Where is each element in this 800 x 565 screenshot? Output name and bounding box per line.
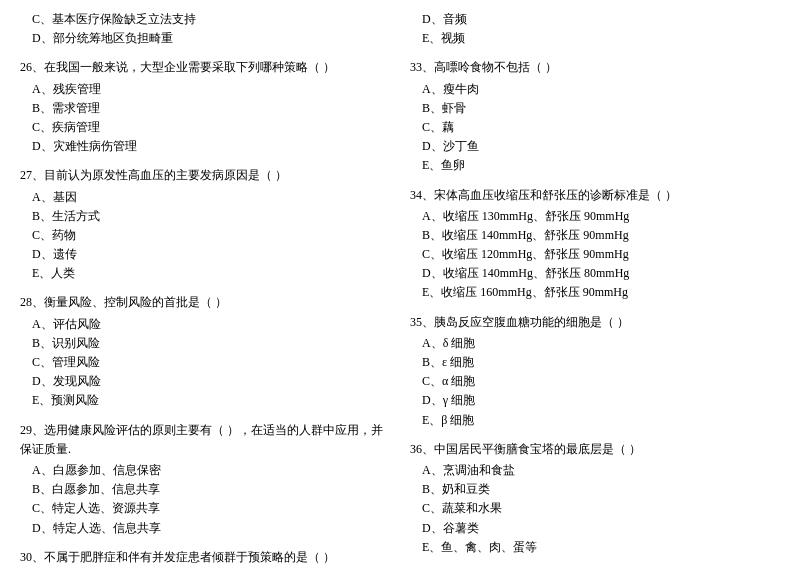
option: D、灾难性病伤管理: [20, 137, 390, 156]
option: E、鱼、禽、肉、蛋等: [410, 538, 780, 557]
option: A、残疾管理: [20, 80, 390, 99]
option: D、收缩压 140mmHg、舒张压 80mmHg: [410, 264, 780, 283]
option: D、γ 细胞: [410, 391, 780, 410]
option: D、谷薯类: [410, 519, 780, 538]
option: B、虾骨: [410, 99, 780, 118]
option: C、特定人选、资源共享: [20, 499, 390, 518]
option: B、需求管理: [20, 99, 390, 118]
option: C、疾病管理: [20, 118, 390, 137]
question-block: 28、衡量风险、控制风险的首批是（ ）A、评估风险B、识别风险C、管理风险D、发…: [20, 293, 390, 410]
option: D、发现风险: [20, 372, 390, 391]
question-title: 36、中国居民平衡膳食宝塔的最底层是（ ）: [410, 440, 780, 459]
option: C、蔬菜和水果: [410, 499, 780, 518]
option: A、白愿参加、信息保密: [20, 461, 390, 480]
option: B、生活方式: [20, 207, 390, 226]
question-block: 30、不属于肥胖症和伴有并发症患者倾群于预策略的是（ ）A、进行健康教育B、防止…: [20, 548, 390, 565]
right-column: D、音频E、视频33、高嘌呤食物不包括（ ）A、瘦牛肉B、虾骨C、藕D、沙丁鱼E…: [410, 10, 780, 565]
option: C、药物: [20, 226, 390, 245]
main-columns: C、基本医疗保险缺乏立法支持D、部分统筹地区负担畸重26、在我国一般来说，大型企…: [20, 10, 780, 565]
question-block: 26、在我国一般来说，大型企业需要采取下列哪种策略（ ）A、残疾管理B、需求管理…: [20, 58, 390, 156]
question-title: 28、衡量风险、控制风险的首批是（ ）: [20, 293, 390, 312]
question-block: 27、目前认为原发性高血压的主要发病原因是（ ）A、基因B、生活方式C、药物D、…: [20, 166, 390, 283]
question-title: 34、宋体高血压收缩压和舒张压的诊断标准是（ ）: [410, 186, 780, 205]
question-block: 36、中国居民平衡膳食宝塔的最底层是（ ）A、烹调油和食盐B、奶和豆类C、蔬菜和…: [410, 440, 780, 557]
left-column: C、基本医疗保险缺乏立法支持D、部分统筹地区负担畸重26、在我国一般来说，大型企…: [20, 10, 390, 565]
question-title: 27、目前认为原发性高血压的主要发病原因是（ ）: [20, 166, 390, 185]
option: E、视频: [410, 29, 780, 48]
option: A、烹调油和食盐: [410, 461, 780, 480]
option: D、沙丁鱼: [410, 137, 780, 156]
option: C、α 细胞: [410, 372, 780, 391]
option: A、评估风险: [20, 315, 390, 334]
question-title: 29、选用健康风险评估的原则主要有（ ），在适当的人群中应用，并保证质量.: [20, 421, 390, 459]
option: C、基本医疗保险缺乏立法支持: [20, 10, 390, 29]
question-block: D、音频E、视频: [410, 10, 780, 48]
option: B、白愿参加、信息共享: [20, 480, 390, 499]
question-block: C、基本医疗保险缺乏立法支持D、部分统筹地区负担畸重: [20, 10, 390, 48]
question-title: 30、不属于肥胖症和伴有并发症患者倾群于预策略的是（ ）: [20, 548, 390, 565]
option: C、藕: [410, 118, 780, 137]
page-container: C、基本医疗保险缺乏立法支持D、部分统筹地区负担畸重26、在我国一般来说，大型企…: [20, 10, 780, 565]
option: B、奶和豆类: [410, 480, 780, 499]
question-block: 34、宋体高血压收缩压和舒张压的诊断标准是（ ）A、收缩压 130mmHg、舒张…: [410, 186, 780, 303]
question-block: 29、选用健康风险评估的原则主要有（ ），在适当的人群中应用，并保证质量.A、白…: [20, 421, 390, 538]
question-title: 35、胰岛反应空腹血糖功能的细胞是（ ）: [410, 313, 780, 332]
option: A、δ 细胞: [410, 334, 780, 353]
option: B、ε 细胞: [410, 353, 780, 372]
option: D、部分统筹地区负担畸重: [20, 29, 390, 48]
question-block: 33、高嘌呤食物不包括（ ）A、瘦牛肉B、虾骨C、藕D、沙丁鱼E、鱼卵: [410, 58, 780, 175]
option: E、鱼卵: [410, 156, 780, 175]
option: E、人类: [20, 264, 390, 283]
question-block: 35、胰岛反应空腹血糖功能的细胞是（ ）A、δ 细胞B、ε 细胞C、α 细胞D、…: [410, 313, 780, 430]
option: D、音频: [410, 10, 780, 29]
option: E、收缩压 160mmHg、舒张压 90mmHg: [410, 283, 780, 302]
question-title: 26、在我国一般来说，大型企业需要采取下列哪种策略（ ）: [20, 58, 390, 77]
option: A、瘦牛肉: [410, 80, 780, 99]
option: B、识别风险: [20, 334, 390, 353]
option: D、特定人选、信息共享: [20, 519, 390, 538]
option: D、遗传: [20, 245, 390, 264]
option: E、β 细胞: [410, 411, 780, 430]
option: A、基因: [20, 188, 390, 207]
option: C、管理风险: [20, 353, 390, 372]
option: B、收缩压 140mmHg、舒张压 90mmHg: [410, 226, 780, 245]
option: A、收缩压 130mmHg、舒张压 90mmHg: [410, 207, 780, 226]
option: E、预测风险: [20, 391, 390, 410]
question-title: 33、高嘌呤食物不包括（ ）: [410, 58, 780, 77]
option: C、收缩压 120mmHg、舒张压 90mmHg: [410, 245, 780, 264]
